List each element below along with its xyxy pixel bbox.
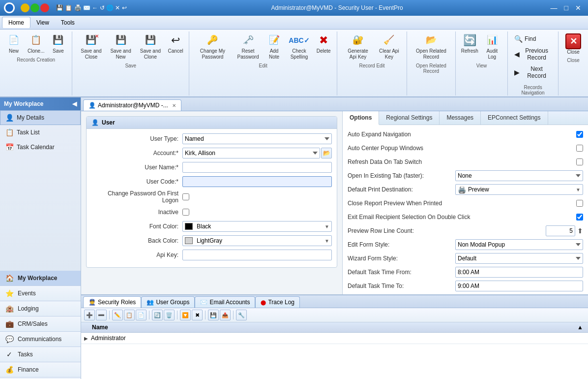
bottom-tab-email-accounts[interactable]: ✉️ Email Accounts [195,296,255,308]
options-tab-epconnect[interactable]: EPConnect Settings [481,111,548,125]
clear-api-button[interactable]: 🧹 Clear Api Key [376,32,403,62]
options-tab-regional[interactable]: Regional Settings [379,111,440,125]
save-new-button[interactable]: 💾 Save and New [107,32,134,62]
change-pwd-button[interactable]: 🔑 Change My Password [193,32,232,62]
sub-copy-btn[interactable]: 📋 [124,310,135,320]
sidebar-main-tasks[interactable]: ✓ Tasks [0,347,81,362]
opt-preview-rows-input[interactable] [546,225,575,236]
save-clone-button[interactable]: 💾 Save and Clone [136,32,165,62]
account-row: Account:* Kirk, Allison 📂 [91,147,332,159]
right-panel: Options Regional Settings Messages EPCon… [342,111,588,294]
sub-export-btn[interactable]: 💾 [208,310,219,320]
sub-add-btn[interactable]: ➕ [84,310,95,320]
sub-export2-btn[interactable]: 📤 [220,310,231,320]
menu-bar: Home View Tools [0,16,588,30]
opt-row-preview-rows: Preview Row Line Count: ⬆ [348,225,583,236]
bottom-tab-user-groups[interactable]: 👥 User Groups [141,296,195,308]
opt-row-task-to: Default Task Time To: [348,281,583,291]
win-maximize[interactable]: □ [561,3,571,13]
opt-auto-center-check[interactable] [576,145,583,152]
minimize-btn[interactable] [21,3,29,12]
sidebar-main-events[interactable]: ⭐ Events [0,286,81,301]
new-button[interactable]: 📄 New [4,32,24,56]
win-minimize[interactable]: — [548,3,560,13]
sidebar-main-finance[interactable]: 💰 Finance [0,362,81,378]
sub-clear-btn[interactable]: 🗑️ [164,310,175,320]
sidebar-main-my-workplace[interactable]: 🏠 My Workplace [0,271,81,286]
sub-delete-btn[interactable]: ➖ [96,310,107,320]
toolbar-icons[interactable]: 💾 📋 🖨️ ✉️ ← ↺ 🌐 ✕ ↩ [56,4,127,11]
grid-sort-icon[interactable]: ▲ [577,324,585,331]
opt-preview-rows-spin[interactable]: ⬆ [577,227,583,235]
opt-task-from-input[interactable] [455,267,583,278]
maximize-btn[interactable] [30,3,39,12]
user-type-select[interactable]: Named [182,133,332,144]
refresh-button[interactable]: 🔄 Refresh [460,32,480,56]
ribbon-group-records-creation: 📄 New 📋 Clone... 💾 Save Records Creation [0,32,72,95]
sub-filter-btn[interactable]: 🔽 [180,310,191,320]
menu-home[interactable]: Home [2,17,30,28]
menu-view[interactable]: View [30,17,55,28]
sidebar-item-my-details[interactable]: 👤 My Details [0,110,81,125]
sidebar-main-lodging[interactable]: 🏨 Lodging [0,301,81,316]
sub-tool-btn[interactable]: 🔧 [236,310,247,320]
user-type-wrapper: Named [182,133,332,144]
sidebar-item-task-calendar[interactable]: 📅 Task Calendar [0,140,81,155]
next-record-button[interactable]: ▶ Next Record [512,64,554,81]
table-row[interactable]: ▶ Administrator [81,333,588,344]
sidebar-collapse-icon[interactable]: ◀ [72,100,77,107]
find-button[interactable]: 🔍 Find [512,33,554,44]
change-pwd-checkbox[interactable] [182,193,189,200]
opt-edit-form-select[interactable]: Non Modal Popup Modal Popup Docked [455,239,583,250]
opt-open-existing-select[interactable]: None Yes No [455,170,583,181]
sidebar-main-communications[interactable]: 💬 Communications [0,332,81,347]
sub-refresh-btn[interactable]: 🔄 [152,310,163,320]
save-close-button[interactable]: 💾✕ Save and Close [76,32,106,62]
opt-task-to-input[interactable] [455,281,583,291]
bottom-tab-trace-log[interactable]: ⬤ Trace Log [255,296,300,308]
font-color-dropdown-icon[interactable]: ▼ [324,224,329,229]
audit-log-button[interactable]: 📊 Audit Log [481,32,503,62]
communications-nav-icon: 💬 [5,335,14,343]
account-browse-btn[interactable]: 📂 [321,148,332,158]
inactive-checkbox[interactable] [182,209,189,216]
sub-edit-btn[interactable]: ✏️ [112,310,123,320]
close-btn-title[interactable] [40,3,49,12]
opt-close-report-check[interactable] [576,200,583,207]
sub-filter-clear-btn[interactable]: ✖ [192,310,203,320]
print-dest-dropdown[interactable]: ▼ [576,187,581,192]
cancel-button[interactable]: ↩ Cancel [166,32,185,56]
sidebar-main-crm-sales[interactable]: 💼 CRM/Sales [0,316,81,332]
delete-button[interactable]: ✖ Delete [314,32,333,56]
check-spell-button[interactable]: ABC✓ Check Spelling [285,32,313,62]
gen-api-button[interactable]: 🔐 Generate Api Key [341,32,375,62]
opt-wizard-form-select[interactable]: Default Modal Non Modal [455,253,583,264]
menu-tools[interactable]: Tools [55,17,81,28]
reset-pwd-button[interactable]: 🗝️ Reset Password [233,32,264,62]
api-key-input[interactable] [182,250,332,260]
bottom-tab-security-roles[interactable]: 👮 Security Roles [83,296,141,308]
tab-close-btn[interactable]: ✕ [172,103,176,108]
close-ribbon-button[interactable]: ✕ Close [562,32,584,57]
username-input[interactable]: Administrator@MyVMD.local [182,162,332,173]
opt-refresh-tab-check[interactable] [576,158,583,165]
add-note-button[interactable]: 📝 Add Note [264,32,284,62]
options-tab-options[interactable]: Options [343,111,379,125]
opt-auto-expand-check[interactable] [576,131,583,138]
back-color-dropdown-icon[interactable]: ▼ [324,238,329,244]
save-button[interactable]: 💾 Save [48,32,68,56]
opt-print-dest-control[interactable]: 🖨️ Preview ▼ [455,184,583,195]
sub-paste-btn[interactable]: 📄 [136,310,147,320]
prev-record-button[interactable]: ◀ Previous Record [512,46,554,63]
sidebar-item-task-list[interactable]: 📋 Task List [0,125,81,140]
account-select[interactable]: Kirk, Allison [182,148,320,158]
options-tab-messages[interactable]: Messages [440,111,481,125]
open-related-button[interactable]: 📂 Open Related Record [411,32,451,62]
usercode-input[interactable]: Administrator@MyVMD [182,176,332,187]
win-close[interactable]: ✕ [572,3,584,13]
record-edit-group-label: Record Edit [359,62,384,68]
clone-button[interactable]: 📋 Clone... [25,32,47,56]
opt-task-to-label: Default Task Time To: [348,283,455,289]
main-tab[interactable]: 👤 Administrator@MyVMD -... ✕ [83,99,181,111]
opt-exit-email-check[interactable] [576,214,583,221]
